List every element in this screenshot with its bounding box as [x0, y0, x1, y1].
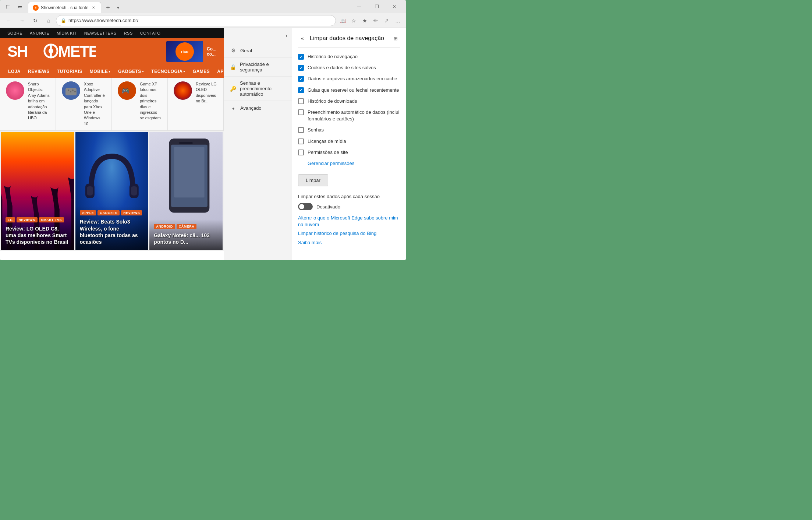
svg-point-7: [68, 89, 69, 91]
main-nav-mobile[interactable]: MOBILE ▾: [89, 65, 111, 78]
settings-item-privacidade-label: Privacidade e segurança: [240, 62, 286, 73]
settings-item-privacidade[interactable]: 🔒 Privacidade e segurança: [224, 58, 292, 77]
tab-pin-button[interactable]: ⬚: [3, 1, 13, 12]
main-nav-reviews[interactable]: REVIEWS: [27, 65, 50, 78]
main-nav-loja[interactable]: LOJA: [7, 65, 21, 78]
browser-window: ⬚ ⬅ S Showmetech - sua fonte ✕ + ▾ — ❐ ✕…: [0, 0, 406, 260]
toggle-label: Desativado: [316, 204, 340, 210]
news-thumb-3: [174, 81, 192, 100]
home-button[interactable]: ⌂: [43, 15, 54, 27]
checkbox-cookies-label: Cookies e dados de sites salvos: [308, 64, 376, 71]
refresh-button[interactable]: ↻: [29, 15, 41, 27]
checkbox-downloads-label: Histórico de downloads: [308, 98, 357, 105]
minimize-button[interactable]: —: [351, 1, 368, 12]
website-content: SOBRE ANUNCIE MÍDIA KIT NEWSLETTERS RSS …: [0, 28, 224, 260]
forward-button[interactable]: →: [16, 15, 28, 27]
news-item-1[interactable]: Xbox Adaptive Controller é lançado para …: [56, 78, 112, 130]
settings-more-button[interactable]: …: [393, 15, 403, 26]
tab-close-button[interactable]: ✕: [91, 5, 96, 11]
checkbox-licencas[interactable]: [298, 138, 304, 144]
news-item-2[interactable]: 🎮 Game XP lotou nos dois primeiros dias …: [112, 78, 168, 130]
panel-header: « Limpar dados de navegação ⊞: [298, 34, 400, 48]
checkbox-guias[interactable]: ✓: [298, 87, 304, 93]
pen-button[interactable]: ✏: [370, 15, 381, 26]
news-item-3[interactable]: Review: LG OLED disponíveis no Br...: [168, 78, 224, 130]
learn-more-link[interactable]: Saiba mais: [298, 239, 400, 246]
checkbox-historico[interactable]: ✓: [298, 54, 304, 60]
news-thumb-1: [62, 81, 80, 100]
hub-button[interactable]: ★: [359, 15, 370, 26]
settings-item-avancado[interactable]: ⬥ Avançado: [224, 101, 292, 115]
svg-rect-17: [131, 186, 137, 196]
back-button[interactable]: ←: [3, 15, 15, 27]
share-button[interactable]: ↗: [382, 15, 392, 26]
nav-contato[interactable]: CONTATO: [140, 31, 160, 35]
checkbox-permissoes-label: Permissões de site: [308, 149, 348, 156]
banner-text: Co...co...: [207, 46, 216, 57]
main-nav-gadgets[interactable]: GADGETS ▾: [117, 65, 145, 78]
checkbox-cache[interactable]: ✓: [298, 76, 304, 82]
checkbox-item-4: Histórico de downloads: [298, 98, 400, 105]
checkbox-senhas[interactable]: [298, 127, 304, 133]
checkbox-senhas-label: Senhas: [308, 127, 324, 133]
card-2[interactable]: ANDROID CÂMERA Galaxy Note9: câ... 103 p…: [149, 132, 223, 250]
header-banner-area: rico Co...co...: [166, 41, 216, 62]
checkbox-permissoes[interactable]: [298, 150, 304, 155]
settings-item-senhas[interactable]: 🔑 Senhas e preenchimento automático: [224, 77, 292, 101]
site-header: SH METECH rico Co...co...: [0, 38, 224, 65]
checkbox-cookies[interactable]: ✓: [298, 65, 304, 71]
card-0-content: LG REVIEWS SMART TVS Review: LG OLED C8,…: [1, 213, 74, 250]
panel-title: Limpar dados de navegação: [310, 35, 388, 42]
session-toggle[interactable]: [298, 203, 313, 210]
favorites-button[interactable]: ☆: [348, 15, 359, 26]
reading-mode-button[interactable]: 📖: [337, 15, 348, 26]
tag-android: ANDROID: [154, 224, 175, 229]
nav-rss[interactable]: RSS: [124, 31, 133, 35]
news-item-0[interactable]: Sharp Objects: Amy Adams brilha em adapt…: [0, 78, 56, 130]
checkbox-downloads[interactable]: [298, 98, 304, 104]
url-bar[interactable]: 🔒 https://www.showmetech.com.br/: [56, 15, 336, 26]
svg-rect-21: [179, 142, 193, 144]
main-content: SOBRE ANUNCIE MÍDIA KIT NEWSLETTERS RSS …: [0, 28, 406, 260]
nav-newsletters[interactable]: NEWSLETTERS: [84, 31, 117, 35]
main-nav-tutoriais[interactable]: TUTORIAIS: [56, 65, 83, 78]
settings-panel-header: ›: [224, 28, 292, 43]
window-controls: — ❐ ✕: [351, 1, 403, 12]
new-tab-button[interactable]: +: [103, 3, 113, 13]
news-text-1: Xbox Adaptive Controller é lançado para …: [84, 81, 106, 127]
checkbox-item-6: Senhas: [298, 127, 400, 133]
close-window-button[interactable]: ✕: [386, 1, 403, 12]
clear-button[interactable]: Limpar: [298, 174, 328, 186]
nav-sobre[interactable]: SOBRE: [7, 31, 22, 35]
card-1-title: Review: Beats Solo3 Wireless, o fone blu…: [80, 218, 144, 245]
nav-anuncie[interactable]: ANUNCIE: [30, 31, 49, 35]
maximize-button[interactable]: ❐: [368, 1, 385, 12]
manage-permissions-link[interactable]: Gerenciar permissões: [308, 160, 400, 167]
tab-back-session-button[interactable]: ⬅: [15, 1, 25, 12]
checkbox-item-5: Preenchimento automático de dados (inclu…: [298, 109, 400, 122]
tab-dropdown-button[interactable]: ▾: [113, 3, 123, 13]
checkbox-item-0: ✓ Histórico de navegação: [298, 53, 400, 60]
main-nav-apps[interactable]: APPS: [216, 65, 224, 78]
card-0[interactable]: LG REVIEWS SMART TVS Review: LG OLED C8,…: [1, 132, 74, 250]
checkbox-licencas-label: Licenças de mídia: [308, 138, 346, 145]
settings-expand-button[interactable]: ›: [284, 31, 289, 41]
active-tab[interactable]: S Showmetech - sua fonte ✕: [28, 2, 101, 13]
site-top-nav: SOBRE ANUNCIE MÍDIA KIT NEWSLETTERS RSS …: [0, 28, 224, 38]
bing-history-link[interactable]: Limpar histórico de pesquisa do Bing: [298, 230, 400, 237]
main-nav-tecnologia[interactable]: TECNOLOGIA ▾: [150, 65, 186, 78]
nav-midia-kit[interactable]: MÍDIA KIT: [57, 31, 77, 35]
checkbox-autopreenchimento[interactable]: [298, 109, 304, 115]
main-nav-games[interactable]: GAMES: [192, 65, 211, 78]
panel-pin-button[interactable]: ⊞: [391, 34, 400, 43]
checkbox-item-2: ✓ Dados e arquivos armazenados em cache: [298, 75, 400, 82]
news-text-2: Game XP lotou nos dois primeiros dias e …: [140, 81, 162, 121]
card-1[interactable]: APPLE GADGETS REVIEWS Review: Beats Solo…: [75, 132, 149, 250]
tag-smart-tvs: SMART TVS: [39, 217, 64, 222]
svg-rect-20: [174, 147, 205, 197]
card-2-content: ANDROID CÂMERA Galaxy Note9: câ... 103 p…: [149, 219, 223, 250]
news-text-3: Review: LG OLED disponíveis no Br...: [196, 81, 217, 104]
settings-item-geral[interactable]: ⚙ Geral: [224, 43, 292, 58]
edge-cloud-link[interactable]: Alterar o que o Microsoft Edge sabe sobr…: [298, 215, 400, 228]
panel-back-button[interactable]: «: [298, 34, 307, 43]
